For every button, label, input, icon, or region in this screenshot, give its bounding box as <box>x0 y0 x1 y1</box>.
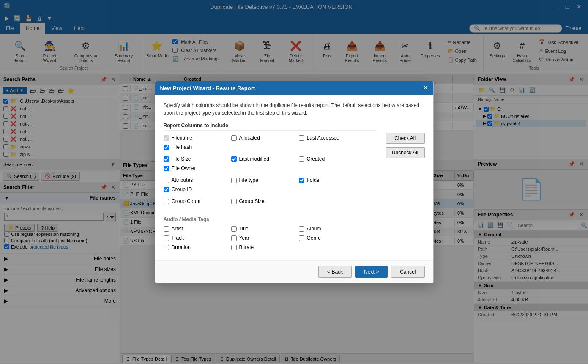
check-last-modified[interactable] <box>231 156 237 162</box>
modal-body: Specify which columns should be shown in… <box>155 95 433 260</box>
check-file-type[interactable] <box>231 178 237 183</box>
modal-section-title: Report Columns to Include <box>164 123 377 131</box>
check-text-file-size: File Size <box>172 156 191 162</box>
modal-col-2: Last Accessed <box>299 135 366 144</box>
check-file-owner[interactable] <box>164 166 169 171</box>
check-text-attributes: Attributes <box>172 177 193 183</box>
modal-actions: < Back Next > Cancel <box>155 260 433 283</box>
modal-col-12: Group Count <box>164 198 231 208</box>
check-label-filename: Filename <box>164 135 231 141</box>
modal-audio-col-7: Bitrate <box>231 244 299 254</box>
modal-audio-col-4: Year <box>231 235 299 244</box>
check-text-last-modified: Last modified <box>239 156 269 162</box>
check-text-file-hash: File hash <box>172 144 192 150</box>
check-text-filename: Filename <box>172 135 192 141</box>
modal-col-7: File Owner <box>164 165 231 175</box>
check-label-created: Created <box>299 156 366 162</box>
check-label-allocated: Allocated <box>231 135 299 141</box>
check-label-file-type: File type <box>231 177 299 183</box>
check-label-bitrate: Bitrate <box>231 244 299 250</box>
check-genre[interactable] <box>299 235 304 241</box>
check-group-id[interactable] <box>164 187 169 192</box>
check-text-album: Album <box>307 226 321 232</box>
check-duration[interactable] <box>164 245 169 250</box>
check-artist[interactable] <box>164 226 169 232</box>
check-track[interactable] <box>164 235 169 241</box>
check-text-group-size: Group Size <box>239 198 265 204</box>
uncheck-all-button[interactable]: Uncheck All <box>386 147 425 158</box>
check-bitrate[interactable] <box>231 245 237 250</box>
check-album[interactable] <box>299 226 304 232</box>
modal-col-8: Attributes <box>164 177 231 186</box>
check-label-file-hash: File hash <box>164 144 231 150</box>
modal-checkboxes-row1: Filename Allocated Las <box>164 135 377 153</box>
check-text-artist: Artist <box>172 226 183 232</box>
check-label-last-modified: Last modified <box>231 156 299 162</box>
modal-col-4: File Size <box>164 156 231 165</box>
check-text-allocated: Allocated <box>239 135 260 141</box>
check-label-attributes: Attributes <box>164 177 231 183</box>
modal-col-1: Allocated <box>231 135 299 144</box>
check-text-folder: Folder <box>307 177 321 183</box>
check-folder[interactable] <box>299 178 304 183</box>
check-filename[interactable] <box>164 135 169 141</box>
check-last-accessed[interactable] <box>299 135 304 141</box>
check-title[interactable] <box>231 226 237 232</box>
modal-col-3: File hash <box>164 144 231 153</box>
check-text-last-accessed: Last Accessed <box>307 135 339 141</box>
modal-checkboxes-row2: File Size Last modified <box>164 156 377 175</box>
modal-columns-section: Report Columns to Include Filename <box>164 123 377 254</box>
check-label-group-count: Group Count <box>164 198 231 204</box>
check-file-size[interactable] <box>164 156 169 162</box>
check-label-file-size: File Size <box>164 156 231 162</box>
modal-dialog: New Project Wizard - Results Report ✕ Sp… <box>155 81 434 283</box>
modal-col-13: Group Size <box>231 198 299 208</box>
check-label-file-owner: File Owner <box>164 165 231 171</box>
modal-audio-col-1: Title <box>231 226 299 235</box>
check-text-file-type: File type <box>239 177 258 183</box>
modal-checkboxes-row3: Attributes File type F <box>164 177 377 196</box>
modal-audio-title: Audio / Media Tags <box>164 216 377 222</box>
check-created[interactable] <box>299 156 304 162</box>
check-text-bitrate: Bitrate <box>239 244 254 250</box>
check-text-duration: Duration <box>172 244 191 250</box>
check-text-file-owner: File Owner <box>172 165 196 171</box>
modal-title: New Project Wizard - Results Report <box>160 85 255 91</box>
check-text-group-id: Group ID <box>172 186 192 192</box>
check-group-count[interactable] <box>164 199 169 204</box>
modal-overlay: New Project Wizard - Results Report ✕ Sp… <box>0 0 588 364</box>
check-text-year: Year <box>239 235 249 241</box>
check-label-last-accessed: Last Accessed <box>299 135 366 141</box>
check-text-track: Track <box>172 235 184 241</box>
check-text-genre: Genre <box>307 235 321 241</box>
check-label-year: Year <box>231 235 299 241</box>
check-attributes[interactable] <box>164 178 169 183</box>
modal-audio-col-6: Duration <box>164 244 231 254</box>
check-label-folder: Folder <box>299 177 366 183</box>
cancel-button[interactable]: Cancel <box>391 266 424 278</box>
back-button[interactable]: < Back <box>318 266 352 278</box>
check-text-created: Created <box>307 156 325 162</box>
next-button[interactable]: Next > <box>355 266 388 278</box>
check-label-artist: Artist <box>164 226 231 232</box>
check-year[interactable] <box>231 235 237 241</box>
modal-close-button[interactable]: ✕ <box>423 85 428 91</box>
check-allocated[interactable] <box>231 135 237 141</box>
check-label-group-size: Group Size <box>231 198 299 204</box>
check-all-button[interactable]: Check All <box>386 133 425 144</box>
modal-audio-section: Artist Title Album <box>164 226 377 254</box>
check-text-title: Title <box>239 226 249 232</box>
modal-side-buttons: Check All Uncheck All <box>386 133 425 254</box>
modal-col-10: Folder <box>299 177 366 186</box>
modal-checkboxes-row4: Group Count Group Size <box>164 198 377 208</box>
modal-col-6: Created <box>299 156 366 165</box>
check-label-title: Title <box>231 226 299 232</box>
modal-col-0: Filename <box>164 135 231 144</box>
check-group-size[interactable] <box>231 199 237 204</box>
check-label-duration: Duration <box>164 244 231 250</box>
modal-title-bar: New Project Wizard - Results Report ✕ <box>155 81 433 95</box>
check-label-group-id: Group ID <box>164 186 231 192</box>
check-file-hash[interactable] <box>164 145 169 150</box>
check-text-group-count: Group Count <box>172 198 201 204</box>
modal-audio-col-3: Track <box>164 235 231 244</box>
